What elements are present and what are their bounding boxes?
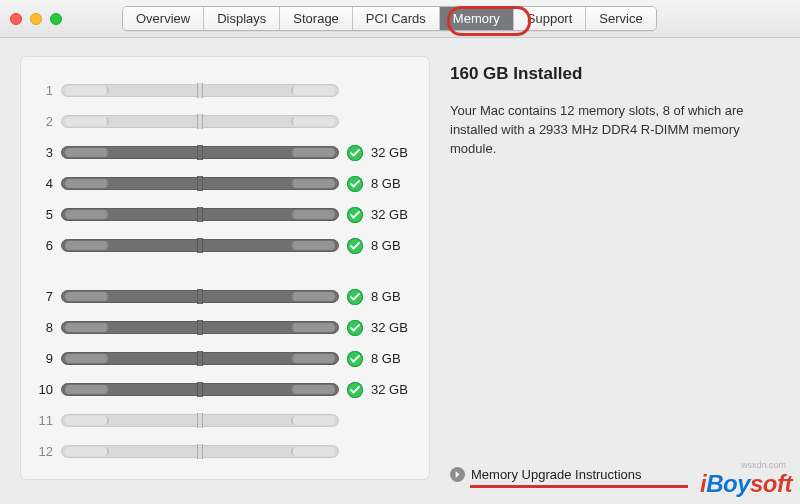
memory-upgrade-link[interactable]: Memory Upgrade Instructions (450, 467, 642, 482)
slot-size: 32 GB (371, 382, 415, 397)
memory-slot-3: 332 GB (31, 137, 415, 168)
slot-bar (61, 445, 339, 458)
slot-size: 8 GB (371, 238, 415, 253)
slot-number: 7 (31, 289, 53, 304)
slot-bar (61, 115, 339, 128)
slot-number: 10 (31, 382, 53, 397)
memory-slot-9: 98 GB (31, 343, 415, 374)
slot-number: 1 (31, 83, 53, 98)
slot-number: 3 (31, 145, 53, 160)
tab-pci-cards[interactable]: PCI Cards (353, 7, 440, 30)
memory-slot-12: 12 (31, 436, 415, 467)
slot-size: 8 GB (371, 289, 415, 304)
check-icon (347, 382, 363, 398)
slot-number: 11 (31, 413, 53, 428)
memory-slot-10: 1032 GB (31, 374, 415, 405)
tab-memory[interactable]: Memory (440, 7, 514, 30)
watermark-sub: wsxdn.com (741, 460, 786, 470)
check-icon (347, 320, 363, 336)
slot-size: 32 GB (371, 145, 415, 160)
tab-support[interactable]: Support (514, 7, 587, 30)
slot-number: 8 (31, 320, 53, 335)
close-icon[interactable] (10, 13, 22, 25)
memory-info: 160 GB Installed Your Mac contains 12 me… (450, 56, 780, 480)
check-icon (347, 207, 363, 223)
memory-slot-8: 832 GB (31, 312, 415, 343)
watermark: iBoysoft (700, 470, 792, 498)
slot-size: 32 GB (371, 320, 415, 335)
tab-storage[interactable]: Storage (280, 7, 353, 30)
window-titlebar: OverviewDisplaysStoragePCI CardsMemorySu… (0, 0, 800, 38)
slot-bar (61, 84, 339, 97)
zoom-icon[interactable] (50, 13, 62, 25)
memory-slot-7: 78 GB (31, 281, 415, 312)
arrow-right-icon (450, 467, 465, 482)
slot-size: 32 GB (371, 207, 415, 222)
tab-service[interactable]: Service (586, 7, 655, 30)
slot-bar (61, 352, 339, 365)
slot-bar (61, 290, 339, 303)
tab-overview[interactable]: Overview (123, 7, 204, 30)
memory-slot-1: 1 (31, 75, 415, 106)
slot-size: 8 GB (371, 351, 415, 366)
tab-displays[interactable]: Displays (204, 7, 280, 30)
slot-bar (61, 208, 339, 221)
slot-number: 2 (31, 114, 53, 129)
check-icon (347, 351, 363, 367)
memory-slot-6: 68 GB (31, 230, 415, 261)
slot-number: 9 (31, 351, 53, 366)
memory-slot-4: 48 GB (31, 168, 415, 199)
minimize-icon[interactable] (30, 13, 42, 25)
slot-number: 5 (31, 207, 53, 222)
tab-bar: OverviewDisplaysStoragePCI CardsMemorySu… (122, 6, 657, 31)
slot-bar (61, 383, 339, 396)
memory-slot-5: 532 GB (31, 199, 415, 230)
slot-bar (61, 239, 339, 252)
slot-size: 8 GB (371, 176, 415, 191)
slot-number: 12 (31, 444, 53, 459)
slot-bar (61, 177, 339, 190)
memory-slot-2: 2 (31, 106, 415, 137)
slot-number: 4 (31, 176, 53, 191)
check-icon (347, 145, 363, 161)
slot-number: 6 (31, 238, 53, 253)
check-icon (347, 176, 363, 192)
slot-bar (61, 146, 339, 159)
memory-heading: 160 GB Installed (450, 64, 780, 84)
memory-slots-panel: 12332 GB48 GB532 GB68 GB 78 GB832 GB98 G… (20, 56, 430, 480)
memory-upgrade-label: Memory Upgrade Instructions (471, 467, 642, 482)
slot-bar (61, 321, 339, 334)
memory-description: Your Mac contains 12 memory slots, 8 of … (450, 102, 750, 159)
memory-slot-11: 11 (31, 405, 415, 436)
annotation-underline (470, 485, 688, 488)
slot-bar (61, 414, 339, 427)
check-icon (347, 289, 363, 305)
traffic-lights (10, 13, 62, 25)
content-area: 12332 GB48 GB532 GB68 GB 78 GB832 GB98 G… (0, 38, 800, 490)
check-icon (347, 238, 363, 254)
